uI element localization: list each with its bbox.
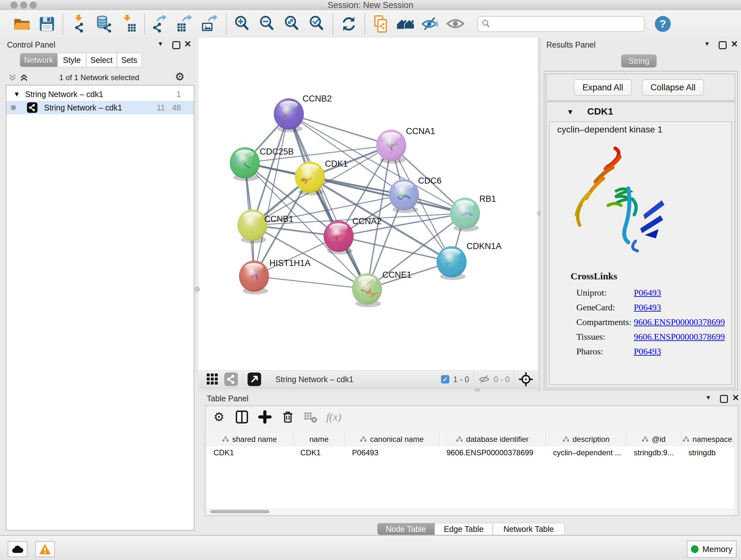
search-input[interactable] — [491, 19, 629, 29]
table-row[interactable]: CDK1CDK1P064939606.ENSP00000378699cyclin… — [206, 446, 734, 459]
column-header-description[interactable]: description — [546, 432, 627, 446]
control-tab-network[interactable]: Network — [20, 53, 57, 67]
network-node-CDKN1A[interactable]: CDKN1A — [436, 241, 502, 280]
results-panel-collapse-button[interactable]: ▾ — [705, 40, 709, 48]
table-cell-description[interactable]: cyclin–dependent ... — [546, 446, 627, 459]
column-header-canonical-name[interactable]: canonical name — [345, 432, 440, 446]
column-header--id[interactable]: @id — [627, 432, 681, 446]
table-panel-float-button[interactable] — [720, 395, 728, 403]
birdseye-view-icon[interactable] — [247, 372, 261, 386]
network-thumbnail-icon[interactable] — [224, 372, 238, 386]
control-tab-style[interactable]: Style — [57, 53, 86, 67]
results-panel-close-button[interactable]: ✕ — [731, 39, 738, 49]
network-canvas[interactable]: CCNB2CCNA1CDC25BCDK1CDC6RB1CCNB1CCNA2CDK… — [199, 38, 538, 370]
export-image-button[interactable] — [200, 14, 220, 34]
disclosure-triangle-icon[interactable]: ▼ — [13, 90, 20, 98]
grid-view-icon[interactable] — [206, 373, 219, 386]
import-network-file-button[interactable] — [69, 14, 89, 34]
table-panel-close-button[interactable]: ✕ — [732, 393, 739, 403]
table-cell-database-identifier[interactable]: 9606.ENSP00000378699 — [440, 446, 546, 459]
zoom-selected-button[interactable] — [307, 14, 327, 34]
control-panel-collapse-button[interactable]: ▾ — [158, 40, 162, 48]
export-table-button[interactable] — [176, 14, 195, 34]
selected-checkbox-icon[interactable]: ✓ — [441, 375, 449, 383]
crosslink-value-link[interactable]: 9606.ENSP00000378699 — [634, 332, 725, 342]
table-cell-canonical-name[interactable]: P06493 — [345, 446, 440, 459]
export-network-button[interactable] — [151, 14, 171, 34]
table-cell-namespace[interactable]: stringdb — [681, 446, 734, 459]
memory-button[interactable]: Memory — [687, 541, 737, 558]
expand-all-button[interactable]: Expand All — [574, 79, 632, 96]
table-container: ⚙ — [205, 406, 738, 516]
results-tab-string[interactable]: String — [621, 54, 657, 68]
table-cell-name[interactable]: CDK1 — [293, 446, 345, 459]
delete-table-button[interactable] — [302, 408, 320, 426]
column-header-database-identifier[interactable]: database identifier — [440, 432, 546, 446]
network-list-toolbar: 1 of 1 Network selected ⚙ — [0, 71, 199, 84]
network-node-RB1[interactable]: RB1 — [450, 194, 496, 232]
network-row-selected[interactable]: String Network – cdk1 11 48 — [6, 101, 194, 114]
network-edge-CCNB2-HIST1H1A[interactable] — [254, 114, 289, 276]
warnings-button[interactable] — [35, 541, 55, 557]
crosslink-value-link[interactable]: P06493 — [634, 288, 661, 298]
zoom-in-button[interactable] — [232, 14, 252, 34]
network-node-CCNB1[interactable]: CCNB1 — [238, 209, 293, 243]
collapse-all-button[interactable]: Collapse All — [642, 79, 704, 96]
crosslink-value-link[interactable]: P06493 — [634, 302, 661, 313]
delete-table-icon — [304, 410, 318, 424]
zoom-fit-button[interactable] — [282, 14, 302, 34]
network-options-gear-icon[interactable]: ⚙ — [175, 70, 185, 83]
network-edge-CCNA2-CDKN1A[interactable] — [339, 236, 452, 262]
delete-column-button[interactable] — [279, 408, 297, 426]
duplicate-network-button[interactable] — [371, 14, 391, 34]
zoom-out-button[interactable] — [257, 14, 277, 34]
refresh-view-button[interactable] — [339, 14, 359, 34]
control-panel-float-button[interactable] — [172, 41, 180, 49]
node-label-HIST1H1A: HIST1H1A — [269, 258, 311, 268]
scrollbar-thumb[interactable] — [210, 510, 269, 513]
table-cell--id[interactable]: stringdb:9... — [627, 446, 681, 459]
hide-selected-button[interactable] — [421, 14, 441, 34]
control-tab-select[interactable]: Select — [86, 53, 117, 67]
column-header-name[interactable]: name — [293, 432, 345, 446]
network-node-CDC6[interactable]: CDC6 — [389, 176, 442, 213]
help-button[interactable]: ? — [655, 16, 671, 32]
import-table-file-button[interactable] — [119, 14, 138, 34]
add-column-button[interactable] — [256, 408, 274, 426]
column-header-shared-name[interactable]: shared name — [206, 432, 293, 446]
crosslink-value-link[interactable]: 9606.ENSP00000378699 — [634, 317, 725, 327]
network-node-HIST1H1A[interactable]: HIST1H1A — [239, 258, 311, 294]
results-panel-float-button[interactable] — [719, 41, 727, 49]
control-tab-sets[interactable]: Sets — [117, 53, 142, 67]
network-node-CCNA2[interactable]: CCNA2 — [324, 216, 382, 254]
table-tab-network-table[interactable]: Network Table — [493, 523, 564, 535]
network-edge-CCNB2-CCNA1[interactable] — [289, 114, 391, 145]
table-settings-button[interactable]: ⚙ — [210, 408, 228, 426]
network-node-CCNB2[interactable]: CCNB2 — [274, 94, 332, 132]
network-edge-HIST1H1A-CCNE1[interactable] — [254, 276, 367, 289]
help-glyph: ? — [660, 17, 666, 30]
show-hidden-button[interactable] — [446, 14, 465, 34]
import-network-database-button[interactable] — [94, 14, 114, 34]
table-panel-collapse-button[interactable]: ▾ — [706, 393, 710, 401]
open-session-button[interactable] — [12, 14, 32, 34]
first-neighbors-button[interactable] — [396, 14, 415, 34]
crosslink-value-link[interactable]: P06493 — [634, 347, 661, 357]
show-columns-button[interactable] — [233, 408, 251, 426]
table-tab-edge-table[interactable]: Edge Table — [434, 523, 493, 535]
table-cell-shared-name[interactable]: CDK1 — [206, 446, 293, 459]
save-session-button[interactable] — [37, 14, 57, 34]
separator — [243, 373, 243, 386]
network-node-CCNE1[interactable]: CCNE1 — [352, 270, 412, 307]
control-panel-close-button[interactable]: ✕ — [184, 39, 192, 49]
column-header-namespace[interactable]: namespace — [681, 432, 734, 446]
cloud-status-button[interactable] — [8, 541, 27, 557]
gene-disclosure-triangle-icon[interactable]: ▼ — [567, 108, 574, 116]
table-tab-node-table[interactable]: Node Table — [377, 523, 434, 535]
network-node-CDK1[interactable]: CDK1 — [295, 159, 348, 195]
horizontal-scrollbar[interactable] — [206, 509, 734, 514]
left-splitter-handle[interactable] — [195, 287, 200, 292]
network-group-row[interactable]: ▼ String Network – cdk1 1 — [6, 87, 194, 101]
function-builder-button[interactable]: f(x) — [325, 408, 343, 426]
fit-selected-crosshair-icon[interactable] — [519, 372, 533, 386]
